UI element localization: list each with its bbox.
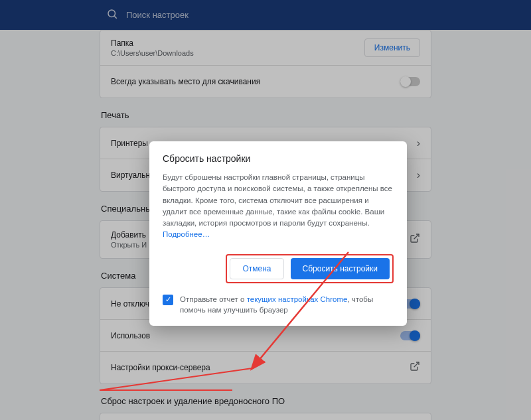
dialog-title: Сбросить настройки <box>163 153 394 164</box>
report-checkbox-label: Отправьте отчет о текущих настройках Chr… <box>180 294 394 315</box>
annotation-highlight: Отмена Сбросить настройки <box>226 254 394 283</box>
cancel-button[interactable]: Отмена <box>230 258 283 279</box>
dialog-body: Будут сброшены настройки главной страниц… <box>163 172 394 241</box>
confirm-reset-button[interactable]: Сбросить настройки <box>291 258 390 279</box>
dialog-more-link[interactable]: Подробнее… <box>163 230 210 238</box>
report-checkbox-row: ✓ Отправьте отчет о текущих настройках C… <box>163 294 394 315</box>
reset-dialog: Сбросить настройки Будут сброшены настро… <box>149 141 407 326</box>
dialog-body-text: Будут сброшены настройки главной страниц… <box>163 173 392 227</box>
report-checkbox[interactable]: ✓ <box>163 295 173 305</box>
dialog-actions: Отмена Сбросить настройки <box>163 254 394 283</box>
current-settings-link[interactable]: текущих настройках Chrome <box>247 295 348 303</box>
